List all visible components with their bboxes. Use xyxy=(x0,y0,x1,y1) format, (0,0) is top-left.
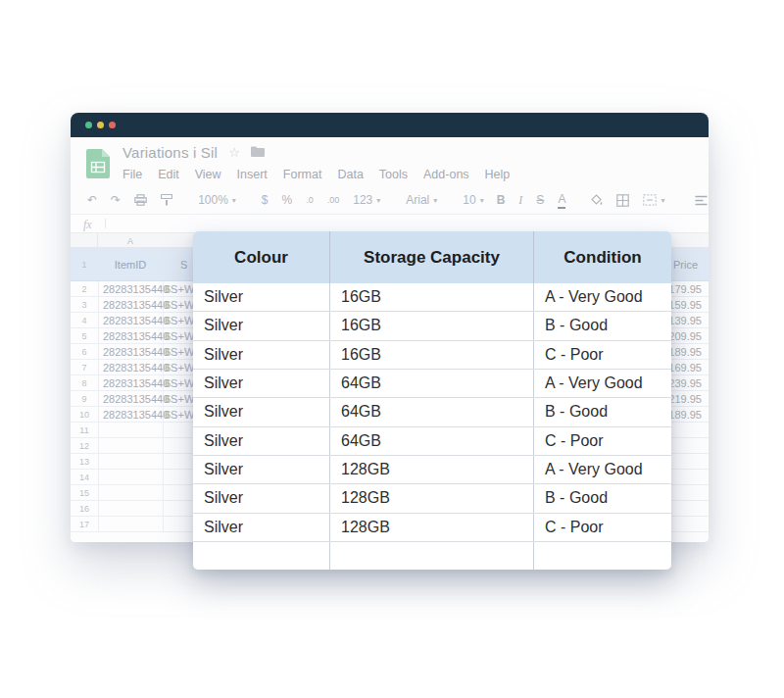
row-number[interactable]: 3 xyxy=(71,300,98,310)
menu-data[interactable]: Data xyxy=(337,168,363,181)
decrease-decimal-button[interactable]: .0 xyxy=(306,191,314,209)
row-number[interactable]: 7 xyxy=(71,363,98,373)
cell-itemid-header[interactable]: ItemID xyxy=(98,259,163,271)
menu-edit[interactable]: Edit xyxy=(158,168,179,181)
window-dot-yellow[interactable] xyxy=(97,122,104,128)
select-all-corner[interactable] xyxy=(71,233,98,247)
cell-storage: 128GB xyxy=(330,456,534,483)
menu-insert[interactable]: Insert xyxy=(237,168,268,181)
row-number[interactable]: 9 xyxy=(71,394,98,404)
cell-sku[interactable]: 6S+W xyxy=(165,299,194,311)
cell-sku[interactable]: 6S+W xyxy=(165,346,194,358)
increase-decimal-button[interactable]: .00 xyxy=(327,191,340,209)
cell-price[interactable]: 239.95 xyxy=(668,377,702,389)
menu-tools[interactable]: Tools xyxy=(379,168,408,181)
cell-price-header[interactable]: Price xyxy=(673,259,698,271)
variations-table: Colour Storage Capacity Condition Silver… xyxy=(193,231,671,570)
cell-price[interactable]: 189.95 xyxy=(668,409,702,421)
cell-condition: C - Poor xyxy=(534,427,671,455)
cell-price[interactable]: 159.95 xyxy=(668,299,702,311)
borders-icon[interactable] xyxy=(616,191,629,209)
row-number[interactable]: 12 xyxy=(71,441,98,451)
cell-condition: B - Good xyxy=(534,484,671,512)
text-color-button[interactable]: A xyxy=(558,191,565,209)
cell-itemid[interactable]: 28283135440 xyxy=(103,377,169,389)
row-number[interactable]: 1 xyxy=(71,260,98,270)
cell-sku[interactable]: 6S+W xyxy=(165,393,194,405)
row-number[interactable]: 10 xyxy=(71,410,98,420)
cell-itemid[interactable]: 28283135440 xyxy=(103,346,169,358)
menu-file[interactable]: File xyxy=(122,168,142,181)
cell-itemid[interactable]: 28283135440 xyxy=(103,393,169,405)
star-icon[interactable]: ☆ xyxy=(228,145,240,160)
row-number[interactable]: 17 xyxy=(71,520,98,529)
row-number[interactable]: 2 xyxy=(71,284,98,294)
window-dot-green[interactable] xyxy=(85,122,92,128)
formula-bar-separator xyxy=(105,219,106,228)
cell-itemid[interactable]: 28283135440 xyxy=(103,330,169,342)
cell-colb-header[interactable]: S xyxy=(180,259,187,271)
cell-sku[interactable]: 6S+W xyxy=(165,362,194,374)
row-number[interactable]: 13 xyxy=(71,457,98,467)
cell-price[interactable]: 189.95 xyxy=(668,346,702,358)
cell-sku[interactable]: 6S+W xyxy=(165,377,194,389)
variations-table-header: Colour Storage Capacity Condition xyxy=(193,231,671,283)
row-number[interactable]: 5 xyxy=(71,331,98,341)
paint-format-icon[interactable] xyxy=(161,191,172,209)
cell-sku[interactable]: 6S+W xyxy=(165,283,194,295)
undo-icon[interactable]: ↶ xyxy=(87,191,97,209)
row-number[interactable]: 8 xyxy=(71,378,98,388)
cell-price[interactable]: 169.95 xyxy=(668,362,702,374)
strikethrough-button[interactable]: S xyxy=(536,191,544,209)
cell-price[interactable]: 209.95 xyxy=(668,330,702,342)
font-family-select[interactable]: Arial▾ xyxy=(406,191,437,209)
formula-bar[interactable]: fx xyxy=(71,214,709,233)
fill-color-icon[interactable] xyxy=(591,191,603,209)
format-percent-button[interactable]: % xyxy=(282,191,293,209)
cell-price[interactable]: 139.95 xyxy=(668,315,702,326)
document-title[interactable]: Variations i Sil xyxy=(122,144,218,161)
format-currency-button[interactable]: $ xyxy=(262,191,269,209)
cell-sku[interactable]: 6S+W xyxy=(165,409,194,421)
cell-colour: Silver xyxy=(193,427,330,455)
row-number[interactable]: 11 xyxy=(71,425,98,435)
cell-itemid[interactable]: 28283135440 xyxy=(103,299,169,311)
cell-itemid[interactable]: 28283135440 xyxy=(103,409,169,421)
row-number[interactable]: 6 xyxy=(71,347,98,357)
cell-itemid[interactable]: 28283135440 xyxy=(103,362,169,374)
cell-price[interactable]: 179.95 xyxy=(668,283,702,295)
bold-button[interactable]: B xyxy=(497,191,506,209)
menu-addons[interactable]: Add-ons xyxy=(423,168,469,181)
row-number[interactable]: 14 xyxy=(71,473,98,482)
number-format-select[interactable]: 123▾ xyxy=(353,191,380,209)
print-icon[interactable] xyxy=(134,191,147,209)
menu-format[interactable]: Format xyxy=(283,168,322,181)
cell-storage: 16GB xyxy=(330,312,534,339)
cell-sku[interactable]: 6S+W xyxy=(165,315,194,326)
cell-storage: 64GB xyxy=(330,370,534,397)
menu-view[interactable]: View xyxy=(195,168,221,181)
column-header-a[interactable]: A xyxy=(98,236,163,246)
row-number[interactable]: 4 xyxy=(71,316,98,325)
move-folder-icon[interactable] xyxy=(251,143,265,161)
cell-sku[interactable]: 6S+W xyxy=(165,330,194,342)
cell-price[interactable]: 219.95 xyxy=(668,393,702,405)
italic-button[interactable]: I xyxy=(518,191,522,209)
cell-condition: C - Poor xyxy=(534,514,671,541)
horizontal-align-icon[interactable]: ▾ xyxy=(695,191,709,209)
cell-itemid[interactable]: 28283135440 xyxy=(103,283,169,295)
menu-bar: File Edit View Insert Format Data Tools … xyxy=(122,168,510,181)
menu-help[interactable]: Help xyxy=(485,168,511,181)
font-size-select[interactable]: 10▾ xyxy=(463,191,483,209)
zoom-select[interactable]: 100%▾ xyxy=(198,191,236,209)
cell-itemid[interactable]: 28283135440 xyxy=(103,315,169,326)
window-dot-red[interactable] xyxy=(109,122,116,128)
row-number[interactable]: 16 xyxy=(71,504,98,514)
cell-storage: 128GB xyxy=(330,514,534,541)
redo-icon[interactable]: ↷ xyxy=(111,191,121,209)
row-number[interactable]: 15 xyxy=(71,488,98,498)
merge-cells-icon[interactable]: ▾ xyxy=(643,191,664,209)
cell-colour: Silver xyxy=(193,370,330,397)
table-row: Silver 16GB B - Good xyxy=(193,312,671,340)
table-row-empty xyxy=(193,542,671,570)
